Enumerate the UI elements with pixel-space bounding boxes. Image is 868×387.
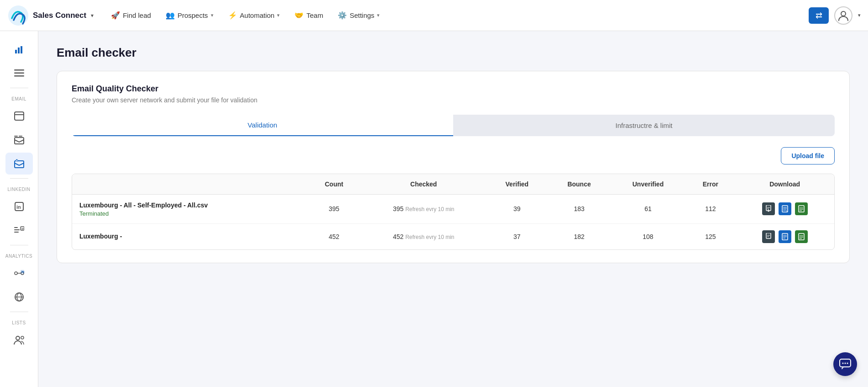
- count-2: 452: [307, 223, 361, 249]
- chat-bubble[interactable]: [833, 352, 857, 376]
- email-check-icon: [14, 159, 24, 168]
- svg-text:in: in: [21, 270, 24, 273]
- svg-rect-31: [766, 233, 771, 239]
- sidebar-section-lists: LISTS: [0, 320, 38, 325]
- main-content: Email checker Email Quality Checker Crea…: [38, 31, 868, 387]
- results-table: Count Checked Verified Bounce Unverified…: [72, 174, 834, 249]
- table-header: Count Checked Verified Bounce Unverified…: [72, 174, 834, 195]
- svg-rect-16: [14, 227, 18, 228]
- download-dark-icon-1[interactable]: [762, 202, 775, 215]
- team-icon: 🤝: [294, 11, 303, 20]
- email-checker-card: Email Quality Checker Create your own se…: [57, 71, 850, 263]
- col-verified: Verified: [486, 174, 548, 195]
- nav-find-lead-label: Find lead: [123, 11, 151, 19]
- file-name-2: Luxembourg -: [79, 232, 300, 241]
- download-icons-2: [743, 230, 827, 243]
- nav-automation[interactable]: ⚡ Automation ▾: [222, 7, 287, 23]
- svg-rect-4: [21, 46, 22, 53]
- svg-rect-5: [14, 69, 24, 71]
- svg-text:in: in: [21, 227, 24, 230]
- nav-team[interactable]: 🤝 Team: [288, 7, 329, 23]
- svg-point-1: [841, 11, 846, 16]
- automation-chevron-icon: ▾: [277, 12, 280, 18]
- sidebar-item-globe[interactable]: [5, 286, 33, 308]
- sidebar-divider-3: [10, 245, 28, 245]
- table-body: Luxembourg - All - Self-Employed - All.c…: [72, 195, 834, 249]
- svg-rect-18: [14, 232, 19, 233]
- col-count: Count: [307, 174, 361, 195]
- switch-button[interactable]: ⇄: [809, 7, 829, 24]
- logo-chevron-icon: ▾: [91, 12, 94, 19]
- nav-automation-label: Automation: [240, 11, 275, 19]
- svg-rect-30: [799, 206, 804, 212]
- count-1: 395: [307, 195, 361, 224]
- refresh-note-1: Refresh evry 10 min: [405, 206, 454, 212]
- download-green-icon-2[interactable]: [795, 230, 808, 243]
- sidebar-item-inbox[interactable]: [5, 105, 33, 127]
- col-name: [72, 174, 307, 195]
- download-icons-1: [743, 202, 827, 215]
- svg-rect-3: [18, 48, 20, 53]
- sidebar-item-email-list[interactable]: [5, 129, 33, 151]
- sidebar-item-menu[interactable]: [5, 62, 33, 84]
- refresh-note-2: Refresh evry 10 min: [405, 234, 454, 240]
- sidebar-section-linkedin: LINKEDIN: [0, 187, 38, 192]
- download-dark-icon-2[interactable]: [762, 230, 775, 243]
- link-analytics-icon: in: [14, 269, 24, 278]
- nav-prospects[interactable]: 👥 Prospects ▾: [159, 7, 220, 23]
- nav-settings[interactable]: ⚙️ Settings ▾: [331, 7, 386, 23]
- card-subtitle: Create your own server network and submi…: [72, 96, 835, 104]
- svg-point-37: [847, 363, 848, 364]
- checked-2: 452 Refresh evry 10 min: [361, 223, 486, 249]
- upload-file-button[interactable]: Upload file: [781, 147, 835, 164]
- chart-icon: [14, 44, 24, 54]
- automation-icon: ⚡: [228, 11, 237, 20]
- col-unverified: Unverified: [610, 174, 685, 195]
- sidebar-item-linkedin[interactable]: in: [5, 196, 33, 217]
- svg-rect-7: [14, 75, 24, 77]
- svg-text:in: in: [16, 204, 21, 210]
- prospects-icon: 👥: [166, 11, 175, 20]
- sidebar-section-analytics: ANALYTICS: [0, 254, 38, 259]
- nav-find-lead[interactable]: 🚀 Find lead: [105, 7, 157, 23]
- tab-infrastructure[interactable]: Infrastructre & limit: [453, 115, 835, 136]
- download-blue-icon-1[interactable]: [779, 202, 791, 215]
- tab-validation[interactable]: Validation: [72, 115, 453, 136]
- error-1: 112: [685, 195, 735, 224]
- svg-rect-8: [15, 112, 24, 120]
- logo-icon: [7, 5, 29, 27]
- download-2: [735, 223, 834, 249]
- linkedin-list-icon: in: [14, 226, 24, 234]
- download-blue-icon-2[interactable]: [779, 230, 791, 243]
- upload-row: Upload file: [72, 147, 835, 164]
- download-green-icon-1[interactable]: [795, 202, 808, 215]
- verified-2: 37: [486, 223, 548, 249]
- email-list-icon: [14, 135, 24, 144]
- checked-1: 395 Refresh evry 10 min: [361, 195, 486, 224]
- card-title: Email Quality Checker: [72, 84, 835, 94]
- logo[interactable]: Sales Connect ▾: [7, 5, 94, 27]
- linkedin-icon: in: [15, 202, 24, 211]
- table-row: Luxembourg - All - Self-Employed - All.c…: [72, 195, 834, 224]
- nav-team-label: Team: [306, 11, 323, 19]
- svg-point-27: [21, 336, 24, 339]
- col-error: Error: [685, 174, 735, 195]
- gear-icon: ⚙️: [338, 11, 347, 20]
- user-icon: [837, 10, 849, 21]
- sidebar-item-link-analytics[interactable]: in: [5, 262, 33, 284]
- verified-1: 39: [486, 195, 548, 224]
- sidebar-item-users[interactable]: [5, 329, 33, 351]
- download-1: [735, 195, 834, 224]
- bounce-2: 182: [548, 223, 611, 249]
- sidebar-item-linkedin-list[interactable]: in: [5, 219, 33, 241]
- topnav: Sales Connect ▾ 🚀 Find lead 👥 Prospects …: [0, 0, 868, 31]
- user-chevron-icon[interactable]: ▾: [858, 12, 861, 18]
- sidebar-item-chart[interactable]: [5, 38, 33, 60]
- logo-text: Sales Connect: [33, 11, 86, 20]
- user-avatar[interactable]: [834, 6, 852, 25]
- sidebar-item-email-check[interactable]: [5, 153, 33, 175]
- file-name-1: Luxembourg - All - Self-Employed - All.c…: [79, 201, 300, 210]
- rocket-icon: 🚀: [111, 11, 120, 20]
- sidebar: EMAIL LINKEDIN in: [0, 31, 38, 387]
- hamburger-icon: [14, 69, 24, 77]
